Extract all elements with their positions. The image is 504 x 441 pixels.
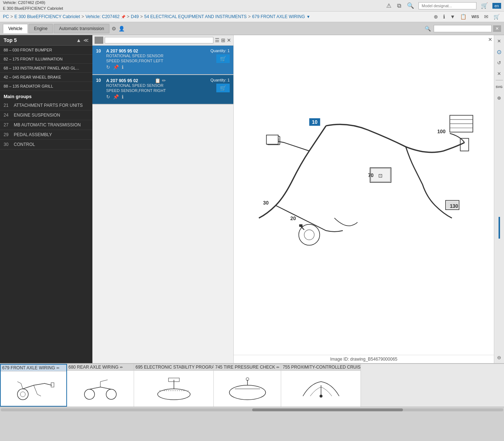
parts-toolbar: ☰ ⊞ ✕ — [92, 35, 233, 46]
part-desc2-1: SPEED SENSOR,FRONT LEFT — [106, 59, 163, 63]
part-edit-icon-2[interactable]: ✏ — [162, 78, 166, 83]
cart-icon-top[interactable]: 🛒 — [479, 1, 490, 10]
sidebar-svg-icon[interactable]: SVG — [495, 83, 504, 91]
breadcrumb-pc[interactable]: PC — [3, 14, 9, 19]
breadcrumb-electrical[interactable]: 54 ELECTRICAL EQUIPMENT AND INSTRUMENTS — [144, 14, 247, 19]
thumbnail-680[interactable]: 680 REAR AXLE WIRING ✏ — [67, 364, 134, 407]
zoom-in-icon[interactable]: ⊕ — [432, 13, 440, 20]
add-to-cart-btn-1[interactable]: 🛒 — [216, 54, 230, 63]
warning-icon[interactable]: ⚠ — [385, 1, 393, 10]
breadcrumb-d49[interactable]: D49 — [131, 14, 139, 19]
tab-search-icon[interactable]: 🔍 — [423, 25, 432, 32]
left-panel: Top 5 ▲ ≪ 88 – 030 FRONT BUMPER 82 – 175… — [0, 35, 92, 363]
thumbnail-img-680 — [67, 371, 134, 407]
tab-bar: Vehicle Engine Automatic transmission ⚙ … — [0, 22, 504, 35]
parts-list-view-btn[interactable]: ☰ — [215, 37, 220, 43]
thumbnail-label-695: 695 ELECTRONIC STABILITY PROGRAM (ESP) ✏ — [134, 364, 213, 371]
part-qty-label-1: Quantity: 1 — [211, 49, 230, 53]
sidebar-history-icon[interactable]: ↺ — [495, 58, 504, 67]
scrollbar-row — [0, 407, 504, 412]
tab-search-input[interactable] — [434, 25, 492, 32]
thumbnail-label-679: 679 FRONT AXLE WIRING ✏ — [1, 365, 66, 371]
svg-text:30: 30 — [263, 200, 269, 206]
group-item-24[interactable]: 24 ENGINE SUSPENSION — [0, 110, 92, 120]
breadcrumb-vehicle-id[interactable]: Vehicle: C207462 — [86, 14, 120, 19]
sidebar-zoom-in-btn[interactable]: ⊕ — [495, 93, 504, 102]
sidebar-close-btn[interactable]: ✕ — [495, 37, 504, 45]
copy-icon[interactable]: ⧉ — [396, 2, 403, 10]
tab-engine[interactable]: Engine — [29, 24, 53, 33]
wis-icon[interactable]: WIS — [470, 14, 480, 20]
thumbnails-row: 679 FRONT AXLE WIRING ✏ 680 REAR AXLE WI… — [0, 363, 504, 407]
part-info-icon-2[interactable]: ℹ — [122, 94, 124, 100]
thumbnail-edit-icon-680[interactable]: ✏ — [120, 365, 123, 369]
top5-collapse-btn[interactable]: ▲ — [76, 37, 81, 43]
top5-item-2[interactable]: 82 – 175 FRONT ILLUMINATION — [0, 55, 92, 64]
part-refresh-icon-1[interactable]: ↻ — [106, 64, 110, 70]
diagram-svg: 10 ◻◻ ⊡ — [234, 35, 494, 355]
tab-vehicle[interactable]: Vehicle — [3, 24, 28, 33]
part-pin-icon-1[interactable]: 📌 — [113, 64, 119, 70]
tab-automatic-transmission[interactable]: Automatic transmission — [54, 24, 109, 33]
part-pin-icon-2[interactable]: 📌 — [113, 94, 119, 100]
thumbnail-img-679 — [1, 371, 66, 406]
part-desc1-1: ROTATIONAL SPEED SENSOR — [106, 54, 163, 58]
top5-item-3[interactable]: 68 – 193 INSTRUMENT PANEL AND GL... — [0, 64, 92, 73]
top5-item-1[interactable]: 88 – 030 FRONT BUMPER — [0, 46, 92, 55]
group-item-27[interactable]: 27 MB AUTOMATIC TRANSMISSION — [0, 120, 92, 130]
tab-settings-icon[interactable]: ⚙ — [112, 26, 116, 32]
mail-icon[interactable]: ✉ — [483, 13, 490, 20]
parts-search-input[interactable] — [105, 37, 213, 43]
tab-search-close[interactable]: ✕ — [493, 25, 501, 32]
right-sidebar: ✕ ⊙ ↺ ✕ SVG ⊕ ⊖ — [494, 35, 504, 363]
diagram-panel: ✕ 10 — [234, 35, 494, 363]
add-to-cart-btn-2[interactable]: 🛒 — [216, 84, 230, 92]
scrollbar-track[interactable] — [1, 408, 503, 411]
model-search-input[interactable] — [418, 2, 476, 9]
sidebar-zoom-out-btn[interactable]: ⊖ — [495, 353, 504, 362]
breadcrumb-front-axle[interactable]: 679 FRONT AXLE WIRING — [252, 14, 305, 19]
breadcrumb-dropdown-btn[interactable]: ▼ — [307, 14, 311, 19]
image-id-text: Image ID: drawing_B54679000065 — [330, 357, 397, 362]
top5-controls: ▲ ≪ — [76, 37, 89, 43]
info-icon[interactable]: ℹ — [442, 13, 446, 20]
part-copy-icon-2[interactable]: 📋 — [155, 78, 161, 83]
filter-icon[interactable]: ▼ — [449, 13, 457, 20]
tab-person-icon[interactable]: 👤 — [118, 26, 125, 32]
part-refresh-icon-2[interactable]: ↻ — [106, 94, 110, 100]
parts-close-btn[interactable]: ✕ — [227, 37, 231, 43]
diagram-area[interactable]: ✕ 10 — [234, 35, 494, 355]
vehicle-id: Vehicle: C207462 (D49) — [3, 0, 63, 5]
language-selector[interactable]: en — [492, 3, 501, 9]
top5-close-btn[interactable]: ≪ — [83, 37, 89, 43]
thumbnail-edit-icon-745[interactable]: ✏ — [276, 365, 279, 369]
parts-panel: ☰ ⊞ ✕ 10 A 207 905 95 02 ROTATIONAL SPEE… — [92, 35, 234, 363]
group-item-29[interactable]: 29 PEDAL ASSEMBLY — [0, 130, 92, 140]
thumbnail-edit-icon-679[interactable]: ✏ — [57, 366, 59, 370]
thumbnail-img-695 — [134, 371, 213, 407]
top5-item-5[interactable]: 88 – 135 RADIATOR GRILL — [0, 82, 92, 91]
document-icon[interactable]: 📋 — [459, 13, 468, 20]
thumbnail-745[interactable]: 745 TIRE PRESSURE CHECK ✏ — [214, 364, 281, 407]
parts-grid-view-btn[interactable]: ⊞ — [221, 37, 225, 43]
svg-text:20: 20 — [290, 215, 296, 221]
group-item-30[interactable]: 30 CONTROL — [0, 140, 92, 150]
svg-point-26 — [84, 389, 95, 399]
search-icon[interactable]: 🔍 — [405, 1, 416, 10]
svg-point-33 — [320, 395, 322, 398]
scrollbar-thumb[interactable] — [252, 408, 403, 411]
thumbnail-679[interactable]: 679 FRONT AXLE WIRING ✏ — [0, 364, 67, 407]
top5-item-4[interactable]: 42 – 045 REAR WHEEL BRAKE — [0, 73, 92, 82]
sidebar-blue-bar — [499, 217, 500, 239]
part-icons-2: ↻ 📌 ℹ — [106, 94, 166, 100]
vehicle-info: Vehicle: C207462 (D49) E 300 BlueEFFICIE… — [3, 0, 63, 11]
vehicle-pin-icon[interactable]: 📌 — [121, 15, 125, 19]
part-info-icon-1[interactable]: ℹ — [122, 64, 124, 70]
group-item-21[interactable]: 21 ATTACHMENT PARTS FOR UNITS — [0, 101, 92, 110]
sidebar-x-icon[interactable]: ✕ — [495, 69, 504, 78]
cart-icon-toolbar[interactable]: 🛒 — [492, 13, 501, 20]
thumbnail-695[interactable]: 695 ELECTRONIC STABILITY PROGRAM (ESP) ✏ — [134, 364, 214, 407]
sidebar-circular-icon[interactable]: ⊙ — [495, 47, 504, 56]
thumbnail-755[interactable]: 755 PROXIMITY-CONTROLLED CRUISE CONTRO..… — [281, 364, 361, 407]
breadcrumb-vehicle-line[interactable]: E 300 BlueEFFICIENCY Cabriolet — [14, 14, 80, 19]
